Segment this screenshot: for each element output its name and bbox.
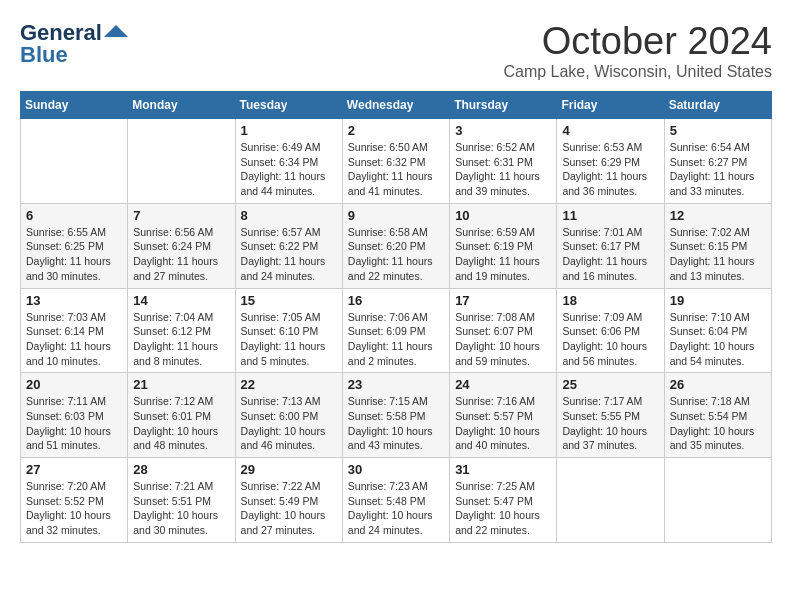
day-info: Sunrise: 6:52 AMSunset: 6:31 PMDaylight:… xyxy=(455,140,551,199)
calendar-cell: 15Sunrise: 7:05 AMSunset: 6:10 PMDayligh… xyxy=(235,288,342,373)
day-number: 6 xyxy=(26,208,122,223)
day-number: 16 xyxy=(348,293,444,308)
week-row-4: 20Sunrise: 7:11 AMSunset: 6:03 PMDayligh… xyxy=(21,373,772,458)
weekday-header-sunday: Sunday xyxy=(21,92,128,119)
calendar-cell: 10Sunrise: 6:59 AMSunset: 6:19 PMDayligh… xyxy=(450,203,557,288)
title-area: October 2024 Camp Lake, Wisconsin, Unite… xyxy=(503,20,772,81)
calendar-cell xyxy=(557,458,664,543)
day-info: Sunrise: 7:15 AMSunset: 5:58 PMDaylight:… xyxy=(348,394,444,453)
day-info: Sunrise: 6:55 AMSunset: 6:25 PMDaylight:… xyxy=(26,225,122,284)
day-number: 21 xyxy=(133,377,229,392)
day-number: 26 xyxy=(670,377,766,392)
day-info: Sunrise: 6:56 AMSunset: 6:24 PMDaylight:… xyxy=(133,225,229,284)
calendar-cell: 2Sunrise: 6:50 AMSunset: 6:32 PMDaylight… xyxy=(342,119,449,204)
calendar-cell xyxy=(21,119,128,204)
day-info: Sunrise: 6:50 AMSunset: 6:32 PMDaylight:… xyxy=(348,140,444,199)
day-info: Sunrise: 6:49 AMSunset: 6:34 PMDaylight:… xyxy=(241,140,337,199)
weekday-header-friday: Friday xyxy=(557,92,664,119)
weekday-header-tuesday: Tuesday xyxy=(235,92,342,119)
day-number: 7 xyxy=(133,208,229,223)
logo: General Blue xyxy=(20,20,128,68)
day-number: 15 xyxy=(241,293,337,308)
calendar-cell: 13Sunrise: 7:03 AMSunset: 6:14 PMDayligh… xyxy=(21,288,128,373)
day-number: 24 xyxy=(455,377,551,392)
calendar-cell: 19Sunrise: 7:10 AMSunset: 6:04 PMDayligh… xyxy=(664,288,771,373)
day-info: Sunrise: 7:11 AMSunset: 6:03 PMDaylight:… xyxy=(26,394,122,453)
day-number: 1 xyxy=(241,123,337,138)
calendar-cell: 22Sunrise: 7:13 AMSunset: 6:00 PMDayligh… xyxy=(235,373,342,458)
calendar-cell: 26Sunrise: 7:18 AMSunset: 5:54 PMDayligh… xyxy=(664,373,771,458)
day-info: Sunrise: 7:22 AMSunset: 5:49 PMDaylight:… xyxy=(241,479,337,538)
day-number: 11 xyxy=(562,208,658,223)
logo-blue: Blue xyxy=(20,42,68,68)
calendar-cell: 11Sunrise: 7:01 AMSunset: 6:17 PMDayligh… xyxy=(557,203,664,288)
calendar-cell: 3Sunrise: 6:52 AMSunset: 6:31 PMDaylight… xyxy=(450,119,557,204)
month-title: October 2024 xyxy=(503,20,772,63)
day-info: Sunrise: 7:21 AMSunset: 5:51 PMDaylight:… xyxy=(133,479,229,538)
calendar-cell: 31Sunrise: 7:25 AMSunset: 5:47 PMDayligh… xyxy=(450,458,557,543)
day-number: 9 xyxy=(348,208,444,223)
calendar-cell: 20Sunrise: 7:11 AMSunset: 6:03 PMDayligh… xyxy=(21,373,128,458)
day-info: Sunrise: 7:06 AMSunset: 6:09 PMDaylight:… xyxy=(348,310,444,369)
day-info: Sunrise: 7:10 AMSunset: 6:04 PMDaylight:… xyxy=(670,310,766,369)
day-info: Sunrise: 7:09 AMSunset: 6:06 PMDaylight:… xyxy=(562,310,658,369)
calendar-cell: 4Sunrise: 6:53 AMSunset: 6:29 PMDaylight… xyxy=(557,119,664,204)
day-info: Sunrise: 6:57 AMSunset: 6:22 PMDaylight:… xyxy=(241,225,337,284)
day-number: 27 xyxy=(26,462,122,477)
day-info: Sunrise: 6:58 AMSunset: 6:20 PMDaylight:… xyxy=(348,225,444,284)
calendar-cell: 5Sunrise: 6:54 AMSunset: 6:27 PMDaylight… xyxy=(664,119,771,204)
day-info: Sunrise: 6:54 AMSunset: 6:27 PMDaylight:… xyxy=(670,140,766,199)
calendar-cell xyxy=(664,458,771,543)
day-info: Sunrise: 7:17 AMSunset: 5:55 PMDaylight:… xyxy=(562,394,658,453)
calendar-cell: 17Sunrise: 7:08 AMSunset: 6:07 PMDayligh… xyxy=(450,288,557,373)
week-row-1: 1Sunrise: 6:49 AMSunset: 6:34 PMDaylight… xyxy=(21,119,772,204)
day-info: Sunrise: 7:02 AMSunset: 6:15 PMDaylight:… xyxy=(670,225,766,284)
day-info: Sunrise: 7:01 AMSunset: 6:17 PMDaylight:… xyxy=(562,225,658,284)
calendar-table: SundayMondayTuesdayWednesdayThursdayFrid… xyxy=(20,91,772,543)
calendar-cell: 28Sunrise: 7:21 AMSunset: 5:51 PMDayligh… xyxy=(128,458,235,543)
day-number: 18 xyxy=(562,293,658,308)
day-number: 14 xyxy=(133,293,229,308)
day-number: 3 xyxy=(455,123,551,138)
day-number: 29 xyxy=(241,462,337,477)
week-row-2: 6Sunrise: 6:55 AMSunset: 6:25 PMDaylight… xyxy=(21,203,772,288)
calendar-cell: 9Sunrise: 6:58 AMSunset: 6:20 PMDaylight… xyxy=(342,203,449,288)
calendar-cell: 7Sunrise: 6:56 AMSunset: 6:24 PMDaylight… xyxy=(128,203,235,288)
calendar-cell: 18Sunrise: 7:09 AMSunset: 6:06 PMDayligh… xyxy=(557,288,664,373)
calendar-cell: 21Sunrise: 7:12 AMSunset: 6:01 PMDayligh… xyxy=(128,373,235,458)
calendar-cell: 29Sunrise: 7:22 AMSunset: 5:49 PMDayligh… xyxy=(235,458,342,543)
day-info: Sunrise: 7:04 AMSunset: 6:12 PMDaylight:… xyxy=(133,310,229,369)
week-row-3: 13Sunrise: 7:03 AMSunset: 6:14 PMDayligh… xyxy=(21,288,772,373)
day-info: Sunrise: 6:59 AMSunset: 6:19 PMDaylight:… xyxy=(455,225,551,284)
day-number: 13 xyxy=(26,293,122,308)
day-info: Sunrise: 7:18 AMSunset: 5:54 PMDaylight:… xyxy=(670,394,766,453)
day-number: 12 xyxy=(670,208,766,223)
day-info: Sunrise: 7:23 AMSunset: 5:48 PMDaylight:… xyxy=(348,479,444,538)
day-number: 20 xyxy=(26,377,122,392)
day-number: 4 xyxy=(562,123,658,138)
day-number: 17 xyxy=(455,293,551,308)
day-number: 25 xyxy=(562,377,658,392)
svg-marker-0 xyxy=(104,25,128,37)
day-number: 2 xyxy=(348,123,444,138)
weekday-header-saturday: Saturday xyxy=(664,92,771,119)
weekday-header-thursday: Thursday xyxy=(450,92,557,119)
day-number: 10 xyxy=(455,208,551,223)
calendar-cell: 23Sunrise: 7:15 AMSunset: 5:58 PMDayligh… xyxy=(342,373,449,458)
calendar-cell: 25Sunrise: 7:17 AMSunset: 5:55 PMDayligh… xyxy=(557,373,664,458)
day-number: 30 xyxy=(348,462,444,477)
day-number: 22 xyxy=(241,377,337,392)
calendar-cell: 6Sunrise: 6:55 AMSunset: 6:25 PMDaylight… xyxy=(21,203,128,288)
location-title: Camp Lake, Wisconsin, United States xyxy=(503,63,772,81)
calendar-cell: 30Sunrise: 7:23 AMSunset: 5:48 PMDayligh… xyxy=(342,458,449,543)
day-info: Sunrise: 7:08 AMSunset: 6:07 PMDaylight:… xyxy=(455,310,551,369)
day-info: Sunrise: 7:03 AMSunset: 6:14 PMDaylight:… xyxy=(26,310,122,369)
day-info: Sunrise: 7:25 AMSunset: 5:47 PMDaylight:… xyxy=(455,479,551,538)
day-number: 8 xyxy=(241,208,337,223)
calendar-cell: 24Sunrise: 7:16 AMSunset: 5:57 PMDayligh… xyxy=(450,373,557,458)
calendar-cell xyxy=(128,119,235,204)
day-info: Sunrise: 7:20 AMSunset: 5:52 PMDaylight:… xyxy=(26,479,122,538)
day-info: Sunrise: 7:05 AMSunset: 6:10 PMDaylight:… xyxy=(241,310,337,369)
calendar-cell: 1Sunrise: 6:49 AMSunset: 6:34 PMDaylight… xyxy=(235,119,342,204)
page-header: General Blue October 2024 Camp Lake, Wis… xyxy=(20,20,772,81)
